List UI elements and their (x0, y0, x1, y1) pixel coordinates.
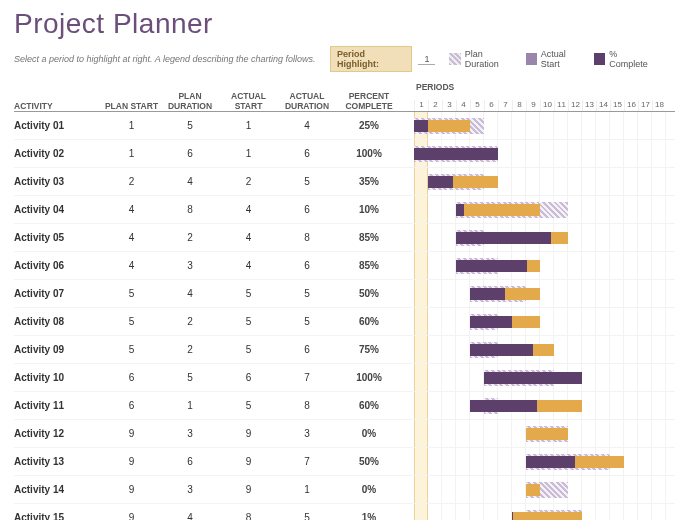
plan-start-cell[interactable]: 1 (104, 120, 159, 131)
actual-duration-cell[interactable]: 7 (276, 372, 338, 383)
period-highlight-value[interactable]: 1 (418, 54, 435, 65)
actual-start-cell[interactable]: 2 (221, 176, 276, 187)
plan-start-cell[interactable]: 4 (104, 232, 159, 243)
complete-bar (470, 400, 537, 412)
actual-bar (456, 204, 540, 216)
actual-start-cell[interactable]: 5 (221, 400, 276, 411)
plan-duration-cell[interactable]: 3 (159, 428, 221, 439)
col-actual-start: ACTUAL START (221, 91, 276, 111)
plan-duration-cell[interactable]: 4 (159, 176, 221, 187)
percent-complete-cell[interactable]: 0% (338, 428, 400, 439)
plan-duration-cell[interactable]: 2 (159, 316, 221, 327)
percent-complete-cell[interactable]: 75% (338, 344, 400, 355)
table-row[interactable]: Activity 1293930% (14, 420, 414, 448)
plan-duration-cell[interactable]: 4 (159, 512, 221, 520)
percent-complete-cell[interactable]: 35% (338, 176, 400, 187)
actual-duration-cell[interactable]: 5 (276, 176, 338, 187)
plan-start-cell[interactable]: 9 (104, 512, 159, 520)
plan-duration-cell[interactable]: 6 (159, 148, 221, 159)
plan-duration-cell[interactable]: 2 (159, 344, 221, 355)
actual-duration-cell[interactable]: 4 (276, 120, 338, 131)
percent-complete-cell[interactable]: 100% (338, 148, 400, 159)
plan-duration-cell[interactable]: 5 (159, 120, 221, 131)
plan-duration-cell[interactable]: 6 (159, 456, 221, 467)
percent-complete-cell[interactable]: 25% (338, 120, 400, 131)
table-row[interactable]: Activity 13969750% (14, 448, 414, 476)
percent-complete-cell[interactable]: 60% (338, 316, 400, 327)
percent-complete-cell[interactable]: 0% (338, 484, 400, 495)
plan-start-cell[interactable]: 1 (104, 148, 159, 159)
actual-start-cell[interactable]: 6 (221, 372, 276, 383)
actual-duration-cell[interactable]: 8 (276, 232, 338, 243)
actual-start-cell[interactable]: 1 (221, 148, 276, 159)
actual-start-cell[interactable]: 9 (221, 456, 276, 467)
page-title: Project Planner (14, 8, 661, 40)
table-row[interactable]: Activity 11615860% (14, 392, 414, 420)
actual-duration-cell[interactable]: 8 (276, 400, 338, 411)
percent-complete-cell[interactable]: 1% (338, 512, 400, 520)
actual-bar (526, 484, 540, 496)
activity-name: Activity 10 (14, 372, 104, 383)
plan-start-cell[interactable]: 5 (104, 316, 159, 327)
plan-start-cell[interactable]: 9 (104, 428, 159, 439)
table-row[interactable]: Activity 05424885% (14, 224, 414, 252)
actual-duration-cell[interactable]: 6 (276, 260, 338, 271)
plan-start-cell[interactable]: 5 (104, 344, 159, 355)
plan-duration-cell[interactable]: 3 (159, 484, 221, 495)
plan-start-cell[interactable]: 9 (104, 456, 159, 467)
table-row[interactable]: Activity 06434685% (14, 252, 414, 280)
table-row[interactable]: Activity 07545550% (14, 280, 414, 308)
actual-start-cell[interactable]: 8 (221, 512, 276, 520)
table-row[interactable]: Activity 106567100% (14, 364, 414, 392)
actual-duration-cell[interactable]: 7 (276, 456, 338, 467)
percent-complete-cell[interactable]: 10% (338, 204, 400, 215)
table-row[interactable]: Activity 03242535% (14, 168, 414, 196)
percent-complete-cell[interactable]: 50% (338, 288, 400, 299)
plan-start-cell[interactable]: 4 (104, 260, 159, 271)
plan-duration-cell[interactable]: 3 (159, 260, 221, 271)
table-row[interactable]: Activity 01151425% (14, 112, 414, 140)
table-row[interactable]: Activity 09525675% (14, 336, 414, 364)
actual-start-cell[interactable]: 5 (221, 316, 276, 327)
table-row[interactable]: Activity 1594851% (14, 504, 414, 520)
percent-complete-cell[interactable]: 60% (338, 400, 400, 411)
actual-duration-cell[interactable]: 1 (276, 484, 338, 495)
actual-start-cell[interactable]: 5 (221, 344, 276, 355)
actual-duration-cell[interactable]: 5 (276, 288, 338, 299)
actual-start-cell[interactable]: 4 (221, 260, 276, 271)
percent-complete-cell[interactable]: 100% (338, 372, 400, 383)
table-row[interactable]: Activity 08525560% (14, 308, 414, 336)
actual-start-cell[interactable]: 4 (221, 232, 276, 243)
actual-duration-cell[interactable]: 3 (276, 428, 338, 439)
plan-start-cell[interactable]: 2 (104, 176, 159, 187)
actual-start-cell[interactable]: 9 (221, 484, 276, 495)
actual-start-cell[interactable]: 4 (221, 204, 276, 215)
plan-start-cell[interactable]: 6 (104, 372, 159, 383)
plan-start-cell[interactable]: 6 (104, 400, 159, 411)
actual-duration-cell[interactable]: 6 (276, 344, 338, 355)
plan-start-cell[interactable]: 4 (104, 204, 159, 215)
table-row[interactable]: Activity 1493910% (14, 476, 414, 504)
period-tick: 18 (652, 100, 666, 111)
plan-duration-cell[interactable]: 5 (159, 372, 221, 383)
plan-duration-cell[interactable]: 1 (159, 400, 221, 411)
percent-complete-cell[interactable]: 85% (338, 232, 400, 243)
percent-complete-cell[interactable]: 85% (338, 260, 400, 271)
plan-duration-cell[interactable]: 4 (159, 288, 221, 299)
percent-complete-cell[interactable]: 50% (338, 456, 400, 467)
actual-start-cell[interactable]: 1 (221, 120, 276, 131)
actual-duration-cell[interactable]: 6 (276, 148, 338, 159)
actual-duration-cell[interactable]: 6 (276, 204, 338, 215)
plan-start-cell[interactable]: 5 (104, 288, 159, 299)
plan-start-cell[interactable]: 9 (104, 484, 159, 495)
gantt-row (414, 224, 675, 252)
plan-duration-cell[interactable]: 8 (159, 204, 221, 215)
actual-start-cell[interactable]: 5 (221, 288, 276, 299)
plan-duration-cell[interactable]: 2 (159, 232, 221, 243)
actual-start-cell[interactable]: 9 (221, 428, 276, 439)
table-row[interactable]: Activity 021616100% (14, 140, 414, 168)
actual-duration-cell[interactable]: 5 (276, 316, 338, 327)
table-row[interactable]: Activity 04484610% (14, 196, 414, 224)
gantt-row (414, 364, 675, 392)
actual-duration-cell[interactable]: 5 (276, 512, 338, 520)
